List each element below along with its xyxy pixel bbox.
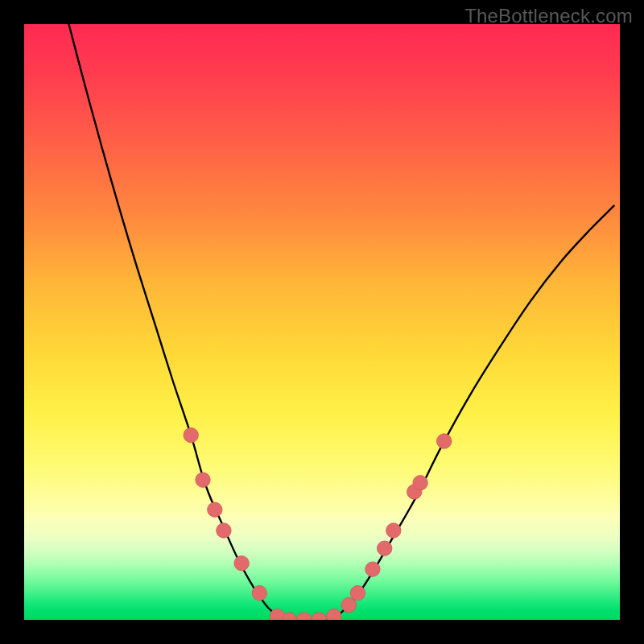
data-marker [327,609,341,620]
data-marker [208,502,222,517]
data-marker [386,523,401,538]
chart-svg [24,24,620,620]
bottleneck-curve [69,24,614,620]
data-marker [234,556,249,571]
outer-frame: TheBottleneck.com [0,0,644,644]
curve-markers [184,427,452,620]
watermark-text: TheBottleneck.com [464,5,633,27]
data-marker [378,541,392,555]
data-marker [365,562,380,576]
data-marker [437,434,452,448]
data-marker [252,586,266,601]
data-marker [413,476,427,490]
data-marker [350,586,365,601]
data-marker [312,613,326,620]
data-marker [297,613,312,620]
data-marker [196,473,210,487]
data-marker [217,523,231,538]
data-marker [184,427,198,442]
curve-line [69,24,614,620]
plot-area [24,24,620,620]
